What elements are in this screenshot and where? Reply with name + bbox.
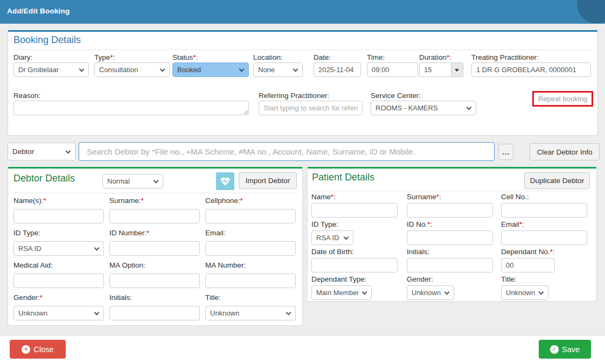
save-button[interactable]: ✓ Save xyxy=(539,340,591,359)
debtor-search-input[interactable] xyxy=(79,142,495,161)
debtor-email-input[interactable] xyxy=(205,241,296,256)
status-select[interactable]: Booked xyxy=(172,62,249,77)
search-entity-select[interactable]: Debtor xyxy=(8,143,75,160)
patient-id-type-select[interactable]: RSA ID xyxy=(311,230,353,245)
patient-surname-input[interactable] xyxy=(407,203,493,218)
patient-dependant-type-label: Dependant Type: xyxy=(311,275,398,285)
debtor-surname-label: Surname:* xyxy=(109,197,200,209)
patient-gender-field: Gender: Unknown xyxy=(407,275,493,300)
dialog-footer: ✕ Close ✓ Save xyxy=(0,335,605,364)
debtor-id-type-label: ID Type: xyxy=(13,229,104,241)
debtor-medical-aid-label: Medical Aid: xyxy=(13,261,104,274)
close-button[interactable]: ✕ Close xyxy=(10,340,66,359)
medical-aid-button[interactable] xyxy=(216,172,234,190)
close-button-label: Close xyxy=(33,345,53,354)
debtor-ma-number-input[interactable] xyxy=(205,274,296,288)
debtor-ma-number-label: MA Number: xyxy=(205,261,296,274)
location-label: Location: xyxy=(253,53,303,62)
debtor-names-input[interactable] xyxy=(13,209,104,223)
debtor-id-number-label: ID Number:* xyxy=(109,229,200,241)
treating-practitioner-label: Treating Practitioner: xyxy=(471,53,591,62)
divider xyxy=(13,193,297,193)
referring-practitioner-input[interactable] xyxy=(259,101,363,115)
patient-initials-input[interactable] xyxy=(407,258,493,272)
repeat-booking-link[interactable]: Repeat booking xyxy=(532,91,593,107)
debtor-email-field: Email: xyxy=(205,229,296,256)
debtor-initials-label: Initials: xyxy=(109,293,200,306)
divider xyxy=(313,191,591,191)
debtor-cellphone-input[interactable] xyxy=(205,209,296,223)
type-label: Type*: xyxy=(94,53,170,62)
patient-gender-select[interactable]: Unknown xyxy=(407,285,454,300)
date-label: Date: xyxy=(314,53,361,62)
debtor-ma-option-label: MA Option: xyxy=(109,261,200,274)
time-input[interactable] xyxy=(367,62,418,77)
debtor-ma-option-input[interactable] xyxy=(109,274,200,288)
location-field: Location: None xyxy=(253,53,303,77)
debtor-id-type-select[interactable]: RSA ID xyxy=(13,241,104,256)
date-input[interactable] xyxy=(314,62,361,77)
patient-dependant-type-field: Dependant Type: Main Member xyxy=(311,275,398,300)
debtor-surname-input[interactable] xyxy=(109,209,200,223)
patient-initials-label: Initials: xyxy=(407,248,493,258)
patient-name-input[interactable] xyxy=(311,203,398,218)
patient-dependant-no-input[interactable] xyxy=(501,258,555,272)
patient-cell-input[interactable] xyxy=(501,203,587,218)
debtor-title-select[interactable]: Unknown xyxy=(205,306,296,320)
type-select[interactable]: Consultation xyxy=(94,62,170,77)
duplicate-debtor-button[interactable]: Duplicate Debtor xyxy=(524,172,590,189)
patient-id-no-input[interactable] xyxy=(407,230,493,245)
debtor-mode-select[interactable]: Normal xyxy=(102,174,163,188)
patient-email-input[interactable] xyxy=(501,230,587,245)
patient-title-field: Title: Unknown xyxy=(501,275,587,300)
debtor-details-title: Debtor Details xyxy=(13,173,75,184)
debtor-title-label: Title: xyxy=(205,293,296,306)
treating-practitioner-input[interactable] xyxy=(471,62,591,77)
duration-dropdown-button[interactable] xyxy=(451,62,463,77)
debtor-initials-input[interactable] xyxy=(109,306,200,320)
patient-email-field: Email*: xyxy=(501,220,587,245)
import-debtor-button[interactable]: Import Debtor xyxy=(239,172,297,189)
debtor-id-type-field: ID Type: RSA ID xyxy=(13,229,104,256)
duration-input[interactable] xyxy=(419,62,451,77)
reason-textarea[interactable] xyxy=(13,101,249,115)
dialog-title: Add/Edit Booking xyxy=(7,7,69,15)
diary-label: Diary: xyxy=(13,53,89,62)
time-label: Time: xyxy=(367,53,418,62)
check-icon: ✓ xyxy=(550,345,559,354)
search-more-button[interactable]: ... xyxy=(498,144,513,160)
repeat-booking-label: Repeat booking xyxy=(538,95,587,103)
patient-cell-field: Cell No.: xyxy=(501,193,587,218)
debtor-medical-aid-input[interactable] xyxy=(13,274,104,288)
patient-name-field: Name*: xyxy=(311,193,398,218)
reason-field: Reason: xyxy=(13,92,249,117)
patient-id-type-label: ID Type: xyxy=(311,220,398,230)
patient-email-label: Email*: xyxy=(501,220,587,230)
debtor-mode-field: Normal xyxy=(102,174,163,188)
time-field: Time: xyxy=(367,53,418,77)
service-center-select[interactable]: ROOMS - KAMERS xyxy=(371,101,476,115)
debtor-id-number-input[interactable] xyxy=(109,241,200,256)
patient-dependant-type-select[interactable]: Main Member xyxy=(311,285,372,300)
patient-id-no-label: ID No.*: xyxy=(407,220,493,230)
debtor-cellphone-label: Cellphone:* xyxy=(205,197,296,209)
patient-title-select[interactable]: Unknown xyxy=(501,285,548,300)
reason-label: Reason: xyxy=(13,92,249,101)
debtor-id-number-field: ID Number:* xyxy=(109,229,200,256)
debtor-initials-field: Initials: xyxy=(109,293,200,320)
clear-debtor-info-button[interactable]: Clear Debtor Info xyxy=(530,143,600,160)
patient-name-label: Name*: xyxy=(311,193,398,203)
caret-down-icon xyxy=(455,69,459,72)
location-select[interactable]: None xyxy=(253,62,303,77)
status-field: Status*: Booked xyxy=(172,53,249,77)
patient-title-label: Title: xyxy=(501,275,587,285)
status-label: Status*: xyxy=(172,53,249,62)
debtor-title-field: Title: Unknown xyxy=(205,293,296,320)
search-entity-field: Debtor xyxy=(8,143,75,160)
patient-dob-input[interactable] xyxy=(311,258,398,272)
debtor-gender-select[interactable]: Unknown xyxy=(13,306,104,320)
patient-details-panel: Patient Details Duplicate Debtor Name*: … xyxy=(307,167,597,302)
diary-select[interactable]: Dr Grobelaar xyxy=(13,62,89,77)
patient-dependant-no-label: Dependant No.*: xyxy=(501,248,587,258)
title-bar: Add/Edit Booking xyxy=(0,0,605,24)
